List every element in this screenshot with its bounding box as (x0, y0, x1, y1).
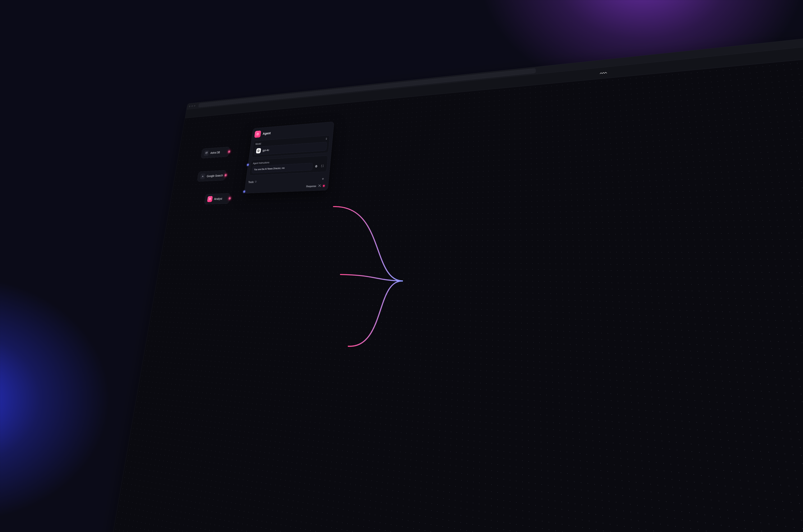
globe-icon[interactable] (314, 164, 319, 169)
tools-label: Tools (248, 180, 254, 184)
panel-output-port[interactable] (323, 185, 325, 187)
node-output-port[interactable] (228, 151, 230, 153)
svg-point-6 (258, 134, 258, 135)
model-field[interactable]: Model (252, 135, 330, 157)
svg-point-5 (257, 134, 258, 135)
expand-icon[interactable] (320, 163, 325, 169)
browser-window: Astra DB Google Search (101, 0, 803, 532)
svg-point-0 (206, 152, 207, 153)
node-google-search[interactable]: Google Search (197, 170, 226, 182)
svg-point-2 (209, 199, 210, 200)
window-dot[interactable] (194, 105, 196, 107)
panel-input-port-instructions[interactable] (247, 164, 249, 166)
instructions-field: Agent Instructions (249, 155, 328, 176)
node-output-port[interactable] (229, 197, 231, 200)
openai-logo-icon (256, 148, 261, 153)
svg-point-9 (319, 185, 320, 186)
node-astra-db[interactable]: Astra DB (201, 147, 230, 158)
model-name: gpt-4o (262, 149, 269, 152)
node-label: Google Search (206, 174, 223, 178)
window-dot[interactable] (189, 105, 190, 107)
window-traffic-lights (189, 105, 195, 107)
info-icon[interactable] (255, 180, 257, 184)
scan-icon[interactable] (318, 184, 321, 188)
panel-input-port-tools[interactable] (243, 191, 245, 193)
instructions-input[interactable] (252, 163, 313, 173)
scene: Astra DB Google Search (0, 0, 803, 532)
add-tool-button[interactable] (320, 176, 325, 182)
node-label: Analyst (214, 197, 222, 201)
agent-icon (254, 131, 261, 138)
agent-config-panel[interactable]: Agent Model (244, 121, 334, 193)
chevron-up-down-icon[interactable] (325, 137, 328, 141)
database-icon (204, 150, 209, 156)
svg-rect-4 (257, 134, 259, 135)
svg-point-3 (210, 199, 211, 200)
svg-rect-1 (209, 198, 211, 200)
node-analyst[interactable]: Analyst (204, 193, 230, 204)
window-dot[interactable] (191, 105, 193, 107)
instructions-actions (314, 163, 325, 169)
stage: Astra DB Google Search (101, 0, 803, 532)
node-label: Astra DB (210, 151, 220, 154)
search-tool-icon (200, 173, 205, 179)
app-logo-icon (599, 71, 608, 75)
panel-title: Agent (262, 131, 271, 136)
response-label: Response (306, 185, 316, 188)
agent-icon (207, 196, 213, 202)
node-output-port[interactable] (224, 174, 227, 176)
